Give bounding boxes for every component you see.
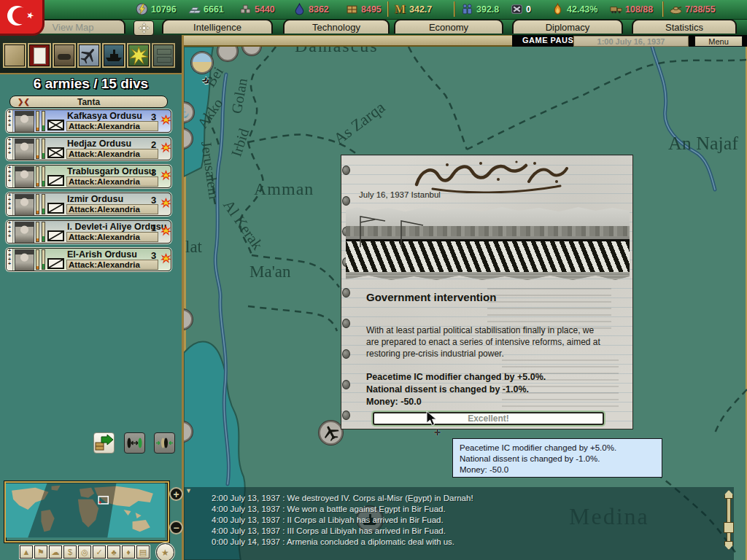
army-leader-portrait (15, 249, 34, 271)
date-display: 1:00 July 16, 1937 (573, 36, 689, 47)
dissent-icon (551, 3, 564, 15)
mapmode-diplomatic-button[interactable]: ♦ (122, 545, 135, 559)
svg-text:M: M (395, 3, 406, 15)
army-entry[interactable]: ++++ Hedjaz Ordusu 2 Attack:Alexandria (6, 137, 171, 160)
army-drag-pips: ++++ (7, 166, 13, 187)
minimap-zoom-out-button[interactable]: − (169, 521, 183, 534)
mapmode-partisans-button[interactable]: ♣ (107, 545, 120, 559)
tab-diplomacy[interactable]: Diplomacy (512, 19, 623, 34)
move-cross-icon (139, 23, 150, 34)
mapmode-supply-button[interactable]: ✓ (93, 545, 106, 559)
mapmode-resources-button[interactable]: ◎ (78, 545, 91, 559)
army-order: Attack:Alexandria (66, 176, 158, 187)
resource-supplies: 8495 (346, 3, 382, 15)
army-leader-portrait (15, 166, 34, 188)
plane-icon (80, 45, 98, 64)
army-entry[interactable]: ++++ Kafkasya Ordusu 3 Attack:Alexandria (6, 109, 171, 133)
map-label-elat: lat (185, 238, 202, 257)
supply-convoy-button[interactable] (93, 432, 115, 454)
army-drag-pips: ++++ (7, 110, 13, 132)
tab-technology[interactable]: Technology (283, 19, 390, 34)
army-entry[interactable]: ++++ Trablusgarb Ordusu 3 Attack:Alexand… (6, 165, 171, 188)
log-message[interactable]: 4:00 July 13, 1937 : III Corps al Libiya… (212, 526, 446, 535)
naval-units-icon[interactable] (104, 44, 124, 66)
mapmode-political-button[interactable]: ⚑ (34, 545, 47, 559)
merge-units-button[interactable] (154, 432, 175, 454)
army-drag-pips: ++++ (7, 221, 13, 243)
scrollbar-thumb[interactable] (724, 522, 734, 533)
air-unit-icon[interactable] (319, 421, 343, 445)
combats-icon[interactable] (128, 44, 149, 66)
menu-button[interactable]: Menu (694, 36, 743, 47)
event-popup: July 16, 1937 Istanbul Government interv… (341, 155, 633, 429)
infantry-type-icon (47, 147, 64, 158)
combat-icon (160, 225, 171, 236)
minimap-world[interactable] (6, 483, 165, 538)
army-drag-pips: ++++ (7, 249, 13, 271)
army-order: Attack:Alexandria (66, 121, 158, 131)
army-str-bar (42, 139, 45, 159)
resource-rare-materials: 5440 (239, 3, 275, 15)
mapmode-infrastructure-button[interactable]: ▤ (136, 545, 150, 559)
scrollbar-track[interactable] (727, 498, 731, 542)
resource-nukes: 0 (511, 3, 531, 15)
supplies-icon (346, 3, 358, 15)
log-message[interactable]: 4:00 July 13, 1937 : II Corps al Libiyah… (212, 516, 444, 524)
tooltip-line: National dissent is changed by -1.0%. (460, 454, 662, 464)
event-accept-button[interactable]: Excellent! (373, 412, 604, 425)
map-label-amman: Amman (254, 179, 314, 199)
land-units-icon[interactable] (54, 44, 74, 66)
combat-icon (160, 198, 171, 209)
divisions-icon (670, 3, 682, 15)
tab-intelligence[interactable]: Intelligence (162, 19, 273, 34)
cavalry-type-icon (47, 230, 64, 241)
log-message[interactable]: 2:00 July 13, 1937 : We destroyed IV. Co… (212, 494, 473, 502)
events-log-icon[interactable] (29, 44, 50, 66)
log-scrollbar[interactable] (722, 490, 735, 550)
army-entry[interactable]: ++++ Izmir Ordusu 3 Attack:Alexandria (6, 192, 171, 216)
cavalry-type-icon (47, 258, 64, 269)
tab-statistics[interactable]: Statistics (632, 19, 737, 34)
scroll-mode-button[interactable] (133, 20, 154, 36)
scroll-down-arrow[interactable] (724, 541, 733, 550)
photo-water (346, 272, 630, 281)
tab-label: Economy (429, 22, 468, 33)
tank-icon (58, 54, 71, 60)
tab-label: Intelligence (193, 22, 241, 33)
airplane-icon (322, 424, 339, 441)
army-order: Attack:Alexandria (66, 149, 158, 159)
army-entry[interactable]: ++++ El-Arish Ordusu 3 Attack:Alexandria (6, 248, 171, 271)
mapmode-weather-button[interactable]: ☁ (49, 545, 62, 559)
army-entry[interactable]: ++++ I. Devlet-i Aliye Ordusu 1 Attack:A… (6, 220, 171, 244)
mapmode-terrain-button[interactable]: ▲ (20, 545, 33, 559)
map-overview-icon[interactable] (4, 44, 25, 66)
army-str-bar (42, 194, 45, 214)
binder-hole (342, 288, 350, 298)
log-message[interactable]: 0:00 July 14, 1937 : Armenia concluded a… (212, 537, 454, 546)
minimap-zoom-in-button[interactable]: + (169, 487, 183, 501)
mapmode-globe-button[interactable]: ★ (156, 543, 174, 560)
message-log[interactable]: ▼ 2:00 July 13, 1937 : We destroyed IV. … (184, 487, 734, 560)
cavalry-type-icon (47, 203, 64, 214)
money-icon: M (394, 3, 406, 15)
army-drag-pips: ++++ (7, 138, 13, 160)
nukes-icon (511, 3, 523, 15)
log-collapse-arrow[interactable]: ▼ (185, 487, 192, 494)
tab-economy[interactable]: Economy (394, 19, 503, 34)
log-message[interactable]: 4:00 July 13, 1937 : We won a battle aga… (212, 505, 446, 513)
army-name: Izmir Ordusu (67, 194, 123, 204)
split-units-button[interactable] (124, 432, 145, 454)
mapmode-economic-button[interactable]: $ (63, 545, 77, 559)
army-group-header[interactable]: ❯❮ Tanta (9, 96, 168, 108)
units-filter-icon-disabled (153, 44, 174, 66)
tab-label: Statistics (665, 22, 703, 33)
topbar-divider (662, 1, 663, 17)
battle-starburst-icon (129, 45, 148, 66)
army-leader-portrait (15, 222, 34, 244)
country-flag-turkey[interactable]: ★ (0, 0, 44, 36)
manpower-icon (461, 3, 473, 15)
air-units-icon[interactable] (79, 44, 99, 66)
army-org-bar (36, 166, 39, 187)
army-org-bar (36, 222, 39, 242)
energy-icon (136, 3, 148, 15)
